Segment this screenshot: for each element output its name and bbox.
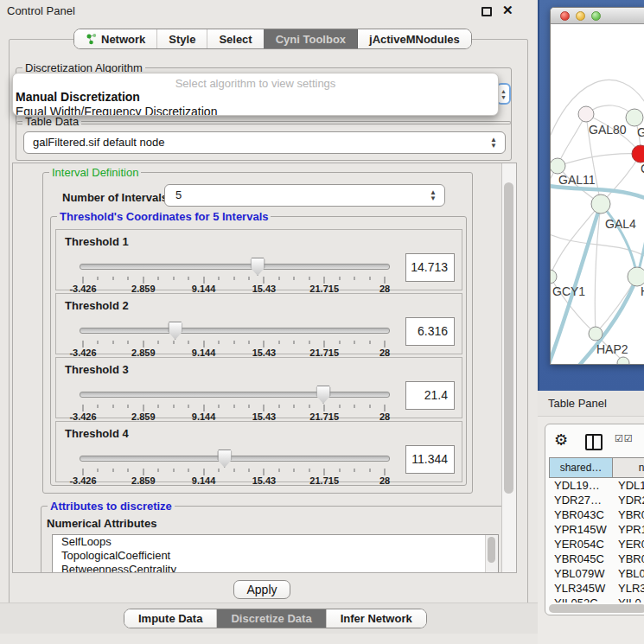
float-window-icon[interactable] [481, 7, 492, 16]
apply-button[interactable]: Apply [233, 580, 290, 599]
attributes-group-label: Attributes to discretize [48, 500, 175, 513]
spinner-arrows-icon: ▲▼ [430, 189, 437, 201]
tick-mark [385, 341, 386, 348]
slider-thumb-icon[interactable] [217, 450, 232, 468]
network-node[interactable] [617, 357, 629, 365]
column-header-shared[interactable]: shared… [549, 457, 613, 478]
network-node[interactable] [589, 327, 603, 341]
network-node[interactable] [626, 109, 643, 126]
thresholds-group: Threshold's Coordinates for 5 Intervals … [50, 216, 467, 486]
dropdown-item-equal-width-frequency-discretization[interactable]: Equal Width/Frequency Discretization [13, 105, 498, 116]
checkbox-icons[interactable]: ☑☑ [615, 433, 634, 444]
split-columns-icon[interactable] [585, 434, 603, 450]
number-of-intervals-spinner[interactable]: 5 ▲▼ [164, 184, 445, 207]
tick-mark [128, 405, 129, 408]
threshold-label: Threshold 4 [65, 427, 129, 440]
table-cell: YDR27… [549, 493, 613, 507]
tick-mark [173, 341, 174, 344]
threshold-slider[interactable]: -3.4262.8599.14415.4321.71528 [80, 256, 388, 289]
tick-mark [339, 469, 340, 472]
table-panel-header: Table Panel [538, 391, 644, 417]
bottom-tab-impute-data[interactable]: Impute Data [124, 609, 216, 628]
network-edge[interactable] [601, 204, 637, 277]
numerical-attributes-list[interactable]: SelfLoopsTopologicalCoefficientBetweenne… [52, 534, 499, 573]
slider-thumb-icon[interactable] [251, 258, 265, 276]
table-cell: YLR345W [549, 581, 613, 596]
list-item[interactable]: TopologicalCoefficient [53, 549, 498, 563]
node-label: HAP2 [596, 342, 628, 356]
tick-mark [112, 277, 113, 280]
tick-mark [143, 341, 143, 348]
column-header-name[interactable]: na [613, 457, 644, 478]
list-scrollbar[interactable] [485, 535, 498, 573]
network-canvas[interactable]: GAL80GCGAL11GAL4GCY1HHAP2 [551, 24, 644, 365]
table-row[interactable]: YBR043CYBR0 [549, 507, 644, 522]
network-edge[interactable] [558, 114, 586, 166]
tick-mark [112, 341, 113, 344]
network-view-window[interactable]: GAL80GCGAL11GAL4GCY1HHAP2 [550, 7, 644, 365]
dropdown-item-manual-discretization[interactable]: Manual Discretization [13, 90, 498, 105]
network-edge[interactable] [596, 277, 637, 334]
bottom-tab-discretize-data[interactable]: Discretize Data [216, 609, 325, 628]
threshold-value-field[interactable]: 14.713 [405, 253, 455, 282]
table-h-scrollbar[interactable] [549, 604, 644, 613]
slider-thumb-icon[interactable] [168, 322, 182, 340]
network-node[interactable] [628, 267, 644, 286]
tick-mark [233, 277, 234, 280]
table-row[interactable]: YER054CYER0 [549, 537, 644, 552]
slider-thumb-icon[interactable] [316, 386, 331, 404]
network-node[interactable] [632, 145, 644, 163]
tick-mark [128, 277, 129, 280]
network-node[interactable] [578, 106, 594, 122]
threshold-value-field[interactable]: 6.316 [405, 317, 455, 346]
table-row[interactable]: YPR145WYPR1 [549, 522, 644, 537]
list-item[interactable]: BetweennessCentrality [53, 563, 498, 573]
tab-label: jActiveMNodules [369, 33, 460, 46]
threshold-slider[interactable]: -3.4262.8599.14415.4321.71528 [80, 448, 388, 481]
table-cell: YBL0 [613, 566, 644, 581]
tab-style[interactable]: Style [156, 29, 207, 48]
table-row[interactable]: YBL079WYBL0 [549, 566, 644, 581]
tick-mark [158, 277, 159, 280]
tab-cyni-toolbox[interactable]: Cyni Toolbox [264, 29, 357, 48]
network-node[interactable] [551, 270, 557, 284]
list-item[interactable]: SelfLoops [53, 535, 498, 549]
slider-ticks [83, 277, 385, 284]
tab-jactivemnodules[interactable]: jActiveMNodules [357, 29, 471, 48]
tick-mark [128, 469, 129, 472]
network-node[interactable] [591, 194, 610, 214]
table-data-value: galFiltered.sif default node [33, 136, 164, 149]
network-icon [86, 33, 97, 45]
tick-mark [143, 277, 143, 284]
close-traffic-light-icon[interactable] [560, 11, 570, 21]
threshold-slider[interactable]: -3.4262.8599.14415.4321.71528 [80, 384, 388, 417]
threshold-value-field[interactable]: 11.344 [405, 445, 455, 474]
table-cell: YIL0 [613, 596, 644, 603]
table-data-combobox[interactable]: galFiltered.sif default node ▲▼ [23, 131, 506, 154]
network-edge[interactable] [551, 204, 601, 277]
table-row[interactable]: YDL19…YDL1 [549, 478, 644, 493]
tab-select[interactable]: Select [207, 29, 263, 48]
tick-mark [98, 469, 99, 472]
close-icon[interactable]: ✕ [502, 3, 513, 18]
settings-scrollbar[interactable] [501, 163, 516, 572]
network-window-titlebar[interactable] [551, 8, 644, 24]
network-edge[interactable] [558, 154, 641, 166]
table-row[interactable]: YLR345WYLR3 [549, 581, 644, 596]
slider-track [80, 392, 390, 398]
threshold-slider[interactable]: -3.4262.8599.14415.4321.71528 [80, 320, 388, 353]
tick-mark [369, 277, 370, 280]
table-row[interactable]: YBR045CYBR0 [549, 552, 644, 566]
table-panel-title: Table Panel [548, 397, 607, 410]
tick-mark [354, 277, 355, 280]
table-row[interactable]: YIL052CYIL0 [549, 596, 644, 603]
threshold-value-field[interactable]: 21.4 [405, 381, 455, 410]
minimize-traffic-light-icon[interactable] [576, 11, 585, 21]
table-row[interactable]: YDR27…YDR2 [549, 493, 644, 507]
zoom-traffic-light-icon[interactable] [591, 11, 601, 21]
network-node[interactable] [551, 158, 565, 174]
gear-icon[interactable]: ⚙ [554, 430, 568, 450]
tab-network[interactable]: Network [74, 29, 156, 48]
tick-mark [248, 405, 249, 408]
bottom-tab-infer-network[interactable]: Infer Network [326, 609, 426, 628]
